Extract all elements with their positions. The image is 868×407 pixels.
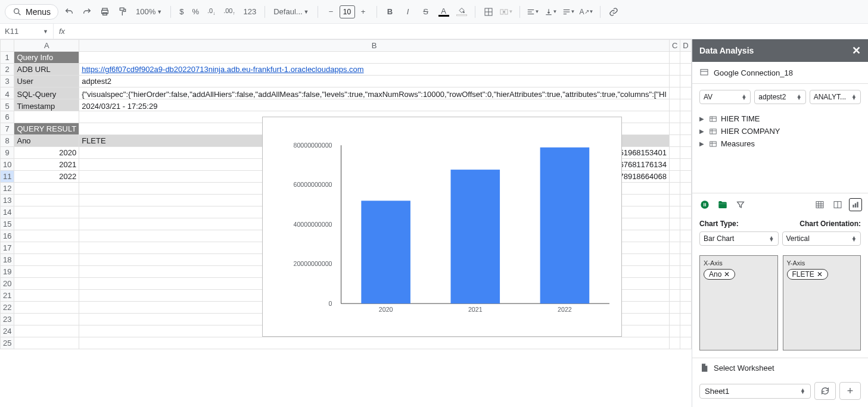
cell-E10[interactable] (691, 159, 692, 171)
cell-E20[interactable] (691, 278, 692, 290)
cell-C16[interactable] (669, 230, 680, 242)
row-header-20[interactable]: 20 (1, 278, 14, 290)
cell-E23[interactable] (691, 314, 692, 325)
font-size-decrease[interactable]: − (324, 5, 338, 19)
cell-D10[interactable] (680, 159, 691, 171)
paint-format-button[interactable] (116, 5, 130, 19)
remove-chip-icon[interactable]: ✕ (724, 270, 730, 278)
cell-A23[interactable] (14, 314, 79, 325)
print-button[interactable] (98, 5, 112, 19)
cell-A20[interactable] (14, 278, 79, 290)
borders-button[interactable] (481, 5, 496, 19)
cell-C21[interactable] (669, 290, 680, 302)
cell-E4[interactable] (691, 87, 692, 99)
cell-D7[interactable] (680, 123, 691, 135)
cell-A3[interactable]: User (14, 76, 79, 87)
row-header-9[interactable]: 9 (1, 147, 14, 159)
decrease-decimal-button[interactable]: .0↓ (205, 7, 217, 16)
add-button[interactable]: + (839, 382, 861, 400)
refresh-button[interactable] (814, 382, 836, 400)
cell-D8[interactable] (680, 135, 691, 147)
cell-C1[interactable] (669, 52, 680, 64)
cell-C23[interactable] (669, 314, 680, 325)
row-header-18[interactable]: 18 (1, 254, 14, 266)
cell-C8[interactable] (669, 135, 680, 147)
cell-A6[interactable] (14, 111, 79, 123)
cell-E13[interactable] (691, 195, 692, 206)
cell-E16[interactable] (691, 230, 692, 242)
cell-E7[interactable] (691, 123, 692, 135)
cell-A21[interactable] (14, 290, 79, 302)
cell-D6[interactable] (680, 111, 691, 123)
row-header-12[interactable]: 12 (1, 183, 14, 195)
cell-B5[interactable]: 2024/03/21 - 17:25:29 (79, 99, 670, 111)
cell-C19[interactable] (669, 266, 680, 278)
cell-B1[interactable] (79, 52, 670, 64)
cell-D4[interactable] (680, 87, 691, 99)
cell-D17[interactable] (680, 242, 691, 254)
cell-D23[interactable] (680, 314, 691, 325)
cell-E8[interactable] (691, 135, 692, 147)
italic-button[interactable]: I (401, 5, 415, 19)
chart-type-select[interactable]: Bar Chart▲▼ (699, 231, 779, 246)
cell-C9[interactable] (669, 147, 680, 159)
strikethrough-button[interactable]: S (419, 5, 433, 19)
menus-search[interactable]: Menus (5, 4, 58, 20)
cell-E25[interactable] (691, 337, 692, 349)
cell-A19[interactable] (14, 266, 79, 278)
cell-E3[interactable] (691, 76, 692, 87)
cell-C12[interactable] (669, 183, 680, 195)
cell-A5[interactable]: Timestamp (14, 99, 79, 111)
cell-C4[interactable] (669, 87, 680, 99)
cell-D21[interactable] (680, 290, 691, 302)
cell-E5[interactable] (691, 99, 692, 111)
row-header-6[interactable]: 6 (1, 111, 14, 123)
row-header-7[interactable]: 7 (1, 123, 14, 135)
percent-format-button[interactable]: % (189, 7, 201, 16)
insert-link-button[interactable] (606, 5, 621, 19)
cell-A22[interactable] (14, 302, 79, 314)
remove-chip-icon[interactable]: ✕ (817, 270, 823, 278)
fill-color-button[interactable] (455, 5, 469, 19)
zoom-dropdown[interactable]: 100% ▼ (133, 7, 164, 16)
col-header-B[interactable]: B (79, 40, 670, 52)
cell-E1[interactable] (691, 52, 692, 64)
currency-format-button[interactable]: $ (177, 7, 186, 16)
cell-A11[interactable]: 2022 (14, 171, 79, 183)
embedded-chart[interactable]: 0200000000004000000000060000000000800000… (262, 117, 622, 337)
cell-D20[interactable] (680, 278, 691, 290)
cell-D14[interactable] (680, 206, 691, 218)
cell-D16[interactable] (680, 230, 691, 242)
row-header-4[interactable]: 4 (1, 87, 14, 99)
tree-item[interactable]: ▶Measures (699, 137, 861, 150)
cell-C3[interactable] (669, 76, 680, 87)
text-rotation-button[interactable]: A↗ ▼ (580, 5, 594, 19)
col-header-D[interactable]: D (680, 40, 691, 52)
cell-C14[interactable] (669, 206, 680, 218)
cell-E12[interactable] (691, 183, 692, 195)
cell-E2[interactable] (691, 64, 692, 76)
cell-A8[interactable]: Ano (14, 135, 79, 147)
font-family-dropdown[interactable]: Defaul... ▼ (271, 7, 311, 16)
cell-A16[interactable] (14, 230, 79, 242)
cell-C20[interactable] (669, 278, 680, 290)
row-header-8[interactable]: 8 (1, 135, 14, 147)
cell-E19[interactable] (691, 266, 692, 278)
pause-icon[interactable] (698, 198, 711, 211)
table-view-icon[interactable] (813, 198, 826, 211)
chart-orient-select[interactable]: Vertical▲▼ (782, 231, 861, 246)
pivot-view-icon[interactable] (831, 198, 844, 211)
cell-E14[interactable] (691, 206, 692, 218)
row-header-14[interactable]: 14 (1, 206, 14, 218)
cell-A10[interactable]: 2021 (14, 159, 79, 171)
text-color-button[interactable]: A (437, 5, 451, 19)
y-axis-dropzone[interactable]: Y-Axis FLETE✕ (783, 255, 861, 350)
merge-cells-button[interactable]: ▼ (499, 5, 514, 19)
row-header-19[interactable]: 19 (1, 266, 14, 278)
bold-button[interactable]: B (383, 5, 397, 19)
cell-A14[interactable] (14, 206, 79, 218)
font-size-increase[interactable]: + (356, 5, 371, 19)
cell-C11[interactable] (669, 171, 680, 183)
undo-button[interactable] (62, 5, 76, 19)
cell-E18[interactable] (691, 254, 692, 266)
